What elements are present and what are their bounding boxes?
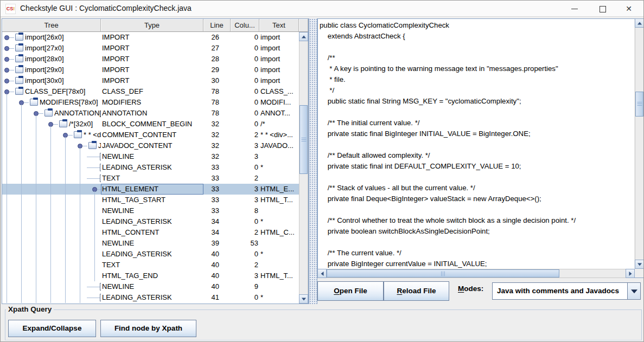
tree-cell: * * <div>... [2,130,101,140]
table-row[interactable]: HTML_CONTENT342HTML_C... [2,227,299,238]
expand-handle-icon[interactable] [2,54,14,64]
collapse-handle-icon[interactable] [31,108,43,119]
expand-handle-icon[interactable] [2,64,14,75]
column-cell: 8 [231,205,259,216]
tree-guide-line [36,162,36,173]
code-vscrollbar-track[interactable] [635,18,644,269]
open-file-button[interactable]: Open File [317,281,384,301]
table-row[interactable]: /*[32x0]BLOCK_COMMENT_BEGIN320/* [2,119,299,130]
folder-icon [15,66,23,73]
table-row[interactable]: HTML_TAG_START333HTML_T... [2,195,299,205]
split-pane-divider[interactable] [309,18,317,304]
tree-guide-line [7,108,7,119]
table-row[interactable]: NEWLINE3953 [2,238,299,249]
code-scroll-down-icon[interactable] [635,260,644,269]
table-row[interactable]: HTML_TAG_END403HTML_T... [2,270,299,281]
text-cell: import [259,32,299,43]
type-cell: IMPORT [101,43,203,54]
tree-cell [2,151,101,162]
table-row[interactable]: TEXT402 [2,260,299,270]
text-cell: JAVADO... [259,140,299,151]
tree-guide-line [21,151,22,162]
table-row[interactable]: import[27x0]IMPORT270import [2,43,299,54]
tree-cell [2,281,101,292]
tree-guide-line [80,270,80,281]
expand-collapse-button[interactable]: Expand/Collapse [8,320,96,337]
collapse-handle-icon[interactable] [90,184,101,195]
find-node-by-xpath-button[interactable]: Find node by Xpath [100,320,196,337]
column-cell: 0 [231,54,259,64]
type-cell: IMPORT [101,64,203,75]
table-row[interactable]: NEWLINE409 [2,281,299,292]
tree-scroll-up-icon[interactable] [299,32,308,41]
tree-guide-line [80,249,80,260]
code-scroll-left-icon[interactable] [317,269,327,278]
collapse-handle-icon[interactable] [61,130,73,140]
collapse-handle-icon[interactable] [46,119,58,130]
table-row[interactable]: MODIFIERS[78x0]MODIFIERS780MODIFI... [2,97,299,108]
maximize-button[interactable] [590,1,615,17]
table-row[interactable]: CLASS_DEF[78x0]CLASS_DEF780CLASS_... [2,86,299,97]
tree-guide-line [21,227,22,238]
column-cell: 2 [231,227,259,238]
table-row[interactable]: HTML_ELEMENT333HTML_E... [2,184,299,195]
tree-guide-line [80,216,80,227]
column-header-text[interactable]: Text [259,19,299,32]
column-header-type[interactable]: Type [101,19,203,32]
table-row[interactable]: ANNOTATION[78x0]ANNOTATION780ANNOT... [2,108,299,119]
close-button[interactable]: ✕ [616,1,641,17]
tree-guide-line [7,140,7,151]
tree-guide-line [94,205,95,216]
table-row[interactable]: JAVADOCJAVADOC_CONTENT323JAVADO... [2,140,299,151]
reload-file-button[interactable]: Reload File [384,281,449,301]
text-cell: HTML_T... [259,270,299,281]
tree-guide-line [50,281,51,292]
type-cell: CLASS_DEF [101,86,203,97]
collapse-handle-icon[interactable] [75,140,87,151]
tree-guide-line [50,270,51,281]
table-row[interactable]: import[30x0]IMPORT300import [2,75,299,86]
table-row[interactable]: import[28x0]IMPORT280import [2,54,299,64]
table-row[interactable]: NEWLINE338 [2,205,299,216]
table-row[interactable]: LEADING_ASTERISK400* [2,249,299,260]
code-vscrollbar-thumb[interactable] [635,92,643,117]
titlebar[interactable]: CS! Checkstyle GUI : CyclomaticComplexit… [1,1,643,17]
table-row[interactable]: LEADING_ASTERISK410* [2,292,299,303]
text-cell: import [259,54,299,64]
tree-scrollbar-thumb[interactable] [299,105,308,174]
table-row[interactable]: TEXT332 [2,173,299,184]
expand-handle-icon[interactable] [2,75,14,86]
code-scroll-right-icon[interactable] [626,269,635,278]
column-cell: 53 [231,238,259,249]
tree-guide-line [36,281,36,292]
source-code-view[interactable]: public class CyclomaticComplexityCheck e… [318,19,634,269]
column-header-line[interactable]: Line [203,19,231,32]
parse-mode-combobox[interactable]: Java with comments and Javadocs [492,282,641,300]
code-hscrollbar-thumb[interactable] [327,269,559,278]
header-corner [299,19,308,32]
code-scroll-up-icon[interactable] [635,18,644,28]
collapse-handle-icon[interactable] [2,86,14,97]
column-cell: 0 [231,162,259,173]
line-cell: 32 [203,140,231,151]
line-cell: 39 [203,238,231,249]
tree-guide-line [50,162,51,173]
tree-scroll-down-icon[interactable] [299,294,308,304]
table-row[interactable]: NEWLINE323 [2,151,299,162]
expand-handle-icon[interactable] [2,43,14,54]
type-cell: HTML_TAG_START [101,195,203,205]
collapse-handle-icon[interactable] [17,97,29,108]
column-header-column[interactable]: Colu... [231,19,259,32]
table-row[interactable]: LEADING_ASTERISK340* [2,216,299,227]
tree-guide-line [80,195,80,205]
table-row[interactable]: import[26x0]IMPORT260import [2,32,299,43]
chevron-down-icon[interactable] [627,283,640,299]
expand-handle-icon[interactable] [2,32,14,43]
minimize-button[interactable] [562,1,587,17]
tree-guide-line [21,184,22,195]
table-row[interactable]: import[29x0]IMPORT290import [2,64,299,75]
table-row[interactable]: * * <div>...COMMENT_CONTENT322* * <div>.… [2,130,299,140]
tree-guide-line [7,227,7,238]
column-header-tree[interactable]: Tree [2,19,101,32]
table-row[interactable]: LEADING_ASTERISK330* [2,162,299,173]
